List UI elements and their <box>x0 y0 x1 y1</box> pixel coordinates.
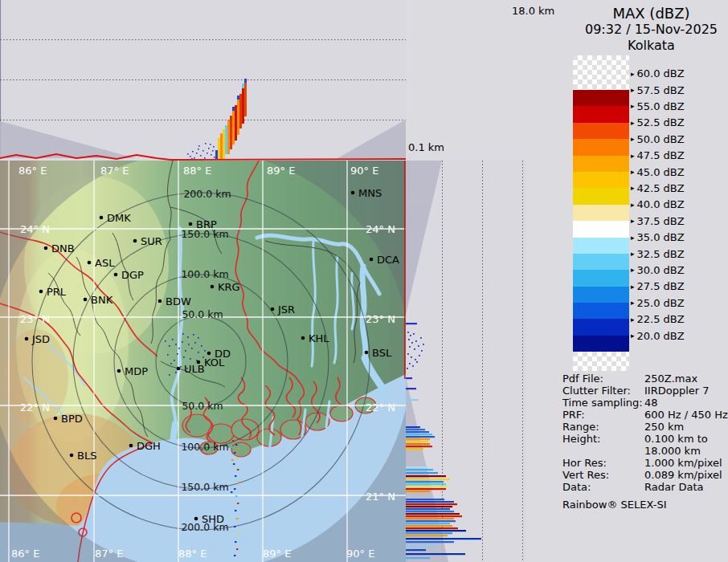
height-gridlines <box>0 40 406 120</box>
scale-tick-arrow-icon: ▸ <box>631 168 635 176</box>
city-label-BNK: BNK <box>91 294 113 306</box>
latitude-label-right: 21° N <box>366 491 395 503</box>
scale-tick-arrow-icon: ▸ <box>631 151 635 159</box>
product-info: Pdf File:250Z.maxClutter Filter:IIRDoppl… <box>562 373 728 493</box>
city-dot-DNB <box>44 246 48 250</box>
city-label-BDW: BDW <box>166 295 191 307</box>
scale-swatch <box>573 303 629 319</box>
range-ring-label: 100.0 km <box>181 441 228 453</box>
city-dot-ASL <box>88 261 92 265</box>
city-dot-MDP <box>117 369 121 373</box>
city-dot-BRP <box>189 222 193 226</box>
scale-swatch <box>573 336 629 352</box>
city-dot-JSD <box>25 337 29 341</box>
city-dot-DD <box>207 352 211 356</box>
axis-bottom-height-label: 0.1 km <box>408 141 444 153</box>
top-cross-section-panel <box>0 0 406 161</box>
info-row: 18.000 km <box>562 445 728 457</box>
scale-swatch <box>573 254 629 270</box>
scale-tick-arrow-icon: ▸ <box>631 184 635 192</box>
longitude-label-bottom: 86° E <box>11 548 39 560</box>
scale-label: ▸47.5 dBZ <box>631 149 685 162</box>
scale-swatch <box>573 123 629 139</box>
scale-tick-arrow-icon: ▸ <box>631 250 635 258</box>
longitude-label-top: 88° E <box>183 165 211 177</box>
right-echo-bars <box>406 323 481 559</box>
range-ring-label: 150.0 km <box>181 228 228 240</box>
info-label: Height: <box>562 433 644 445</box>
city-label-DGH: DGH <box>137 440 161 452</box>
scale-swatch <box>573 238 629 254</box>
scale-tick-arrow-icon: ▸ <box>631 315 635 323</box>
city-label-BPD: BPD <box>61 413 83 425</box>
longitude-label-bottom: 90° E <box>346 548 374 560</box>
info-row: Clutter Filter:IIRDoppler 7 <box>562 385 728 397</box>
city-dot-MNS <box>351 191 355 195</box>
scale-tick-arrow-icon: ▸ <box>631 332 635 340</box>
scale-swatch <box>573 172 629 188</box>
scale-label: ▸27.5 dBZ <box>631 280 685 293</box>
info-row: Hor Res:1.000 km/pixel <box>562 457 728 469</box>
city-label-KRG: KRG <box>218 281 240 293</box>
longitude-label-bottom: 88° E <box>178 548 207 560</box>
longitude-label-bottom: 89° E <box>263 548 291 560</box>
scale-label: ▸40.0 dBZ <box>631 198 685 211</box>
city-dot-PRL <box>39 290 43 294</box>
info-value: Radar Data <box>644 481 728 493</box>
city-label-KHL: KHL <box>309 332 329 344</box>
city-dot-BNK <box>84 298 88 302</box>
radar-site-name: Kolkata <box>575 38 728 54</box>
scale-label: ▸20.0 dBZ <box>631 329 685 342</box>
city-label-BLS: BLS <box>77 450 96 462</box>
info-row: Vert Res:0.089 km/pixel <box>562 469 728 481</box>
latitude-label-right: 24° N <box>366 223 395 235</box>
longitude-label-top: 86° E <box>18 165 47 177</box>
longitude-label-top: 90° E <box>350 165 378 177</box>
info-value: 48 <box>644 397 728 409</box>
info-label: Clutter Filter: <box>562 385 644 397</box>
range-ring-label: 50.0 km <box>182 400 223 412</box>
color-scale <box>573 55 629 371</box>
range-ring-label: 200.0 km <box>181 521 228 533</box>
scale-swatch <box>573 106 629 122</box>
city-dot-DGP <box>114 273 118 277</box>
scale-tick-arrow-icon: ▸ <box>631 86 635 94</box>
top-cross-section-plot <box>0 0 406 161</box>
scale-label: ▸50.0 dBZ <box>631 132 685 145</box>
city-label-SUR: SUR <box>141 235 162 247</box>
scale-label: ▸52.5 dBZ <box>631 116 685 129</box>
longitude-label-bottom: 87° E <box>95 548 123 560</box>
city-label-JSR: JSR <box>277 303 295 316</box>
city-label-DGP: DGP <box>121 269 144 281</box>
scale-label: ▸55.0 dBZ <box>631 100 685 112</box>
info-value: 250 km <box>644 421 728 433</box>
scale-tick-arrow-icon: ▸ <box>631 282 635 290</box>
scale-tick-arrow-icon: ▸ <box>631 217 635 225</box>
scale-label: ▸22.5 dBZ <box>631 313 685 326</box>
product-datetime: 09:32 / 15-Nov-2025 <box>575 22 728 38</box>
info-label: Data: <box>562 481 644 493</box>
scale-no-data-swatch-top <box>573 55 629 90</box>
city-label-KOL: KOL <box>204 356 225 369</box>
info-label: Hor Res: <box>562 457 644 469</box>
city-dot-DMK <box>100 216 104 220</box>
city-dot-DGH <box>129 444 133 448</box>
city-dot-BSL <box>365 351 369 355</box>
scale-swatch <box>573 270 629 286</box>
city-label-DCA: DCA <box>377 254 399 266</box>
software-name: Rainbow® SELEX-SI <box>562 499 667 511</box>
scale-swatch <box>573 139 629 155</box>
scale-tick-arrow-icon: ▸ <box>631 200 635 208</box>
right-cross-section-plot <box>406 161 526 562</box>
scale-swatch <box>573 205 629 221</box>
city-dot-DCA <box>370 258 374 262</box>
radar-map: DMKBRPSURMNSDNBASLDGPDCAPRLBNKKRGBDWJSRJ… <box>0 161 406 562</box>
scale-label: ▸25.0 dBZ <box>631 296 685 309</box>
scale-tick-arrow-icon: ▸ <box>631 118 635 126</box>
scale-label: ▸35.0 dBZ <box>631 231 685 244</box>
longitude-label-top: 89° E <box>267 165 295 177</box>
info-row: Time sampling:48 <box>562 397 728 409</box>
city-label-ASL: ASL <box>95 257 115 269</box>
city-dot-BPD <box>54 417 58 421</box>
info-row: Pdf File:250Z.max <box>562 373 728 385</box>
